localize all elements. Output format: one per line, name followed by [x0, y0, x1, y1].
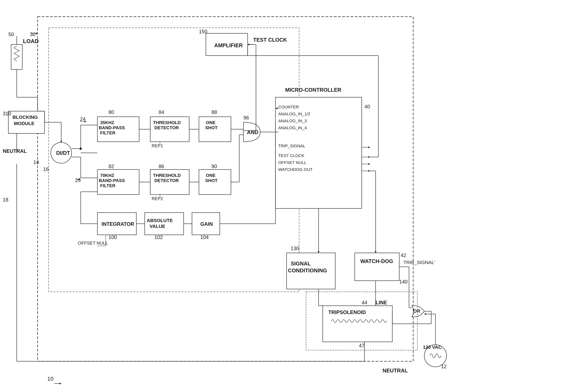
svg-text:BAND-PASS: BAND-PASS	[99, 125, 125, 130]
watchdog-block	[355, 253, 399, 281]
svg-text:BAND-PASS: BAND-PASS	[99, 178, 125, 183]
ref-86: 86	[159, 164, 164, 169]
mc-testclock: TEST CLOCK	[278, 153, 304, 158]
trip-solenoid-label: TRIPSOLENOID	[328, 309, 366, 315]
ref-42: 42	[401, 252, 406, 258]
load-label: LOAD	[23, 38, 39, 44]
ref-102: 102	[154, 234, 163, 240]
ref-130: 130	[291, 246, 299, 251]
svg-text:SHOT: SHOT	[205, 125, 217, 130]
ref-140: 140	[399, 279, 408, 284]
svg-rect-4	[11, 45, 22, 69]
ref-12: 12	[441, 364, 446, 369]
svg-text:MODULE: MODULE	[14, 121, 34, 126]
blocking-module-label: BLOCKING	[12, 114, 38, 120]
ref1-label: REF1	[152, 143, 163, 148]
svg-text:FILTER: FILTER	[100, 183, 115, 188]
ref-40: 40	[364, 104, 370, 110]
mc-offsetnull: OFFSET NULL	[278, 160, 306, 165]
svg-text:FILTER: FILTER	[100, 130, 115, 135]
svg-text:DETECTOR: DETECTOR	[154, 178, 179, 183]
integrator-label: INTEGRATOR	[102, 221, 134, 227]
ref-30: 30	[30, 32, 35, 37]
microcontroller-label: MICRO-CONTROLLER	[285, 87, 341, 93]
ref-84: 84	[159, 109, 164, 115]
ref-50: 50	[8, 32, 14, 37]
svg-text:SHOT: SHOT	[205, 178, 217, 183]
didt-label: DI/DT	[56, 150, 70, 156]
ref-82: 82	[109, 164, 114, 169]
offset-null-input-label: OFFSET NULL	[78, 240, 108, 246]
ref-80: 80	[109, 109, 114, 115]
mc-analog3: ANALOG_IN_3	[278, 118, 307, 123]
ref-96: 96	[243, 115, 249, 121]
mc-analog4: ANALOG_IN_4	[278, 125, 307, 130]
mc-watchdog: WATCHDOG OUT	[278, 167, 313, 172]
svg-text:THRESHOLD: THRESHOLD	[153, 120, 181, 125]
source-120vac-label: 120 VAC	[423, 344, 442, 350]
ref-150: 150	[199, 29, 207, 34]
mc-trip: TRIP_SIGNAL	[278, 144, 305, 148]
svg-text:THRESHOLD: THRESHOLD	[153, 173, 181, 178]
ref2-label: REF2	[152, 196, 163, 201]
svg-text:ONE: ONE	[206, 173, 216, 178]
ref-26: 26	[75, 177, 81, 183]
ref-90: 90	[212, 164, 217, 169]
svg-text:DETECTOR: DETECTOR	[154, 125, 179, 130]
svg-text:ABSOLUTE: ABSOLUTE	[147, 218, 173, 223]
ref-44: 44	[362, 300, 367, 305]
trip-signal-prime-label: TRIP_SIGNAL'	[403, 260, 435, 265]
line-label: LINE	[376, 300, 387, 305]
neutral-left-label: NEUTRAL	[3, 148, 27, 154]
svg-text:35KHZ: 35KHZ	[100, 120, 114, 125]
ref-16: 16	[43, 166, 49, 172]
signal-conditioning-label2: CONDITIONING	[288, 268, 327, 274]
or-label: OR	[413, 308, 420, 314]
ref-10: 10	[47, 376, 54, 382]
watchdog-label: WATCH-DOG	[360, 258, 393, 264]
ref-88: 88	[212, 109, 217, 115]
and-label: AND	[247, 129, 258, 135]
ref-104: 104	[200, 234, 209, 240]
svg-text:70KHZ: 70KHZ	[100, 173, 114, 178]
ref-47: 47	[359, 343, 364, 348]
signal-conditioning-label1: SIGNAL	[291, 261, 311, 267]
svg-text:ONE: ONE	[206, 120, 216, 125]
mc-counter: COUNTER	[278, 105, 299, 109]
ref-310: 310	[3, 111, 11, 116]
amplifier-label: AMPLIFIER	[214, 43, 243, 48]
neutral-bottom-label: NEUTRAL	[383, 368, 408, 374]
svg-text:VALUE: VALUE	[149, 224, 165, 229]
mc-analog12: ANALOG_IN_1/2	[278, 112, 310, 116]
ref-100: 100	[109, 234, 117, 240]
svg-point-24	[79, 148, 82, 150]
test-clock-label: TEST CLOCK	[253, 37, 287, 43]
ref-18: 18	[3, 197, 8, 203]
gain-label: GAIN	[200, 221, 213, 227]
ref-14: 14	[33, 159, 39, 165]
